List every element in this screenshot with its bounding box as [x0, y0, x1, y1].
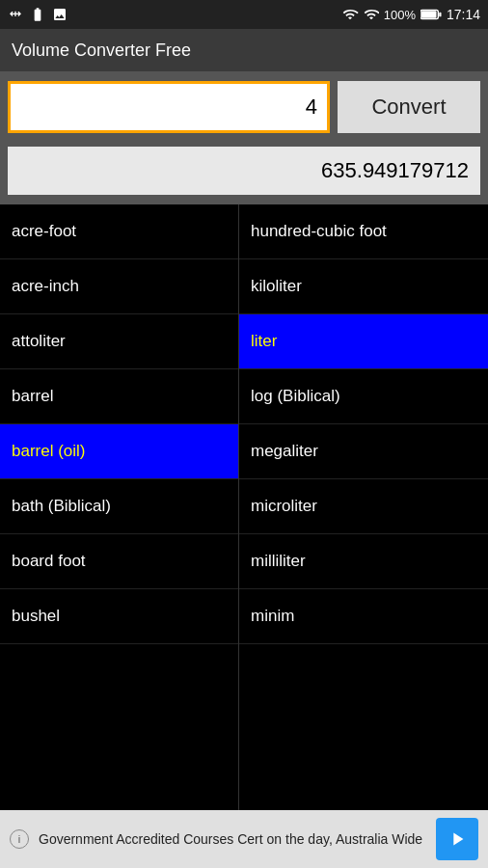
status-left-icons — [8, 7, 68, 22]
left-unit-item[interactable]: bushel — [0, 589, 238, 644]
right-units-list: hundred-cubic footkiloliterliterlog (Bib… — [239, 204, 488, 816]
title-bar: Volume Converter Free — [0, 29, 488, 71]
status-time: 17:14 — [447, 7, 480, 22]
ad-arrow-button[interactable] — [436, 818, 478, 860]
right-unit-item[interactable]: minim — [239, 589, 488, 644]
convert-button[interactable]: Convert — [338, 81, 480, 133]
left-unit-item[interactable]: barrel (oil) — [0, 424, 238, 479]
status-bar: 100% 17:14 — [0, 0, 488, 29]
ad-banner: i Government Accredited Courses Cert on … — [0, 810, 488, 868]
left-unit-item[interactable]: barrel — [0, 369, 238, 424]
status-right-icons: 100% 17:14 — [341, 7, 480, 22]
left-unit-item[interactable]: acre-inch — [0, 259, 238, 314]
left-unit-item[interactable]: board foot — [0, 534, 238, 589]
image-icon — [52, 7, 68, 22]
left-units-list: acre-footacre-inchattoliterbarrelbarrel … — [0, 204, 239, 816]
battery-percentage: 100% — [384, 8, 416, 22]
right-unit-item[interactable]: liter — [239, 314, 488, 369]
signal-icon — [364, 7, 379, 22]
wifi-icon — [341, 7, 359, 22]
usb-icon — [8, 7, 23, 22]
app-title: Volume Converter Free — [12, 41, 191, 61]
result-display: 635.949179712 — [8, 147, 480, 195]
result-row: 635.949179712 — [0, 143, 488, 204]
left-unit-item[interactable]: bath (Biblical) — [0, 479, 238, 534]
svg-rect-2 — [439, 13, 441, 17]
right-unit-item[interactable]: megaliter — [239, 424, 488, 479]
arrow-right-icon — [447, 828, 468, 850]
right-unit-item[interactable]: log (Biblical) — [239, 369, 488, 424]
right-unit-item[interactable]: milliliter — [239, 534, 488, 589]
input-row: Convert — [0, 71, 488, 143]
right-unit-item[interactable]: kiloliter — [239, 259, 488, 314]
battery-full-icon — [420, 8, 442, 21]
units-container: acre-footacre-inchattoliterbarrelbarrel … — [0, 204, 488, 816]
right-unit-item[interactable]: hundred-cubic foot — [239, 204, 488, 259]
number-input[interactable] — [8, 81, 330, 133]
result-value: 635.949179712 — [321, 158, 469, 183]
battery-charging-icon — [28, 7, 47, 22]
svg-rect-1 — [421, 11, 437, 17]
left-unit-item[interactable]: attoliter — [0, 314, 238, 369]
left-unit-item[interactable]: acre-foot — [0, 204, 238, 259]
ad-info-icon: i — [10, 829, 29, 849]
ad-text: Government Accredited Courses Cert on th… — [39, 830, 426, 848]
right-unit-item[interactable]: microliter — [239, 479, 488, 534]
